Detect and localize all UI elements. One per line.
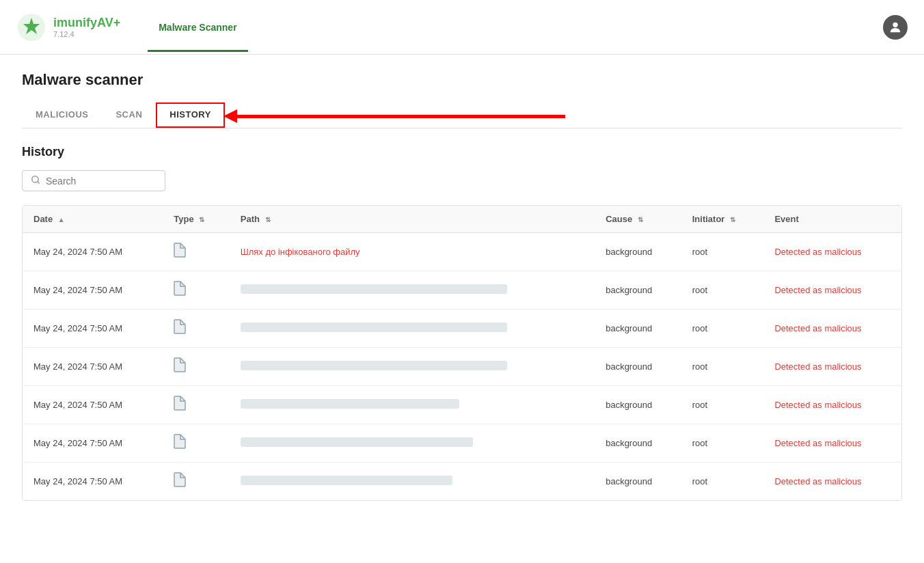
cell-path: Шлях до інфікованого файлу bbox=[230, 233, 595, 271]
path-blur bbox=[241, 322, 507, 332]
file-icon bbox=[174, 400, 186, 413]
cell-path bbox=[230, 386, 595, 424]
cell-event: Detected as malicious bbox=[763, 348, 901, 386]
col-date[interactable]: Date ▲ bbox=[23, 206, 163, 233]
cell-event: Detected as malicious bbox=[763, 424, 901, 463]
cell-event: Detected as malicious bbox=[763, 271, 901, 310]
logo-brand: imunifyAV+ bbox=[53, 16, 120, 31]
cell-initiator: root bbox=[681, 271, 764, 310]
user-avatar[interactable] bbox=[883, 15, 908, 40]
cell-cause: background bbox=[595, 386, 681, 424]
cell-path bbox=[230, 310, 595, 348]
cell-cause: background bbox=[595, 348, 681, 386]
cell-cause: background bbox=[595, 233, 681, 271]
logo-version: 7.12.4 bbox=[53, 30, 120, 38]
col-type[interactable]: Type ⇅ bbox=[163, 206, 230, 233]
path-blur bbox=[241, 437, 473, 447]
cell-path bbox=[230, 463, 595, 501]
cell-cause: background bbox=[595, 424, 681, 463]
col-event: Event bbox=[763, 206, 901, 233]
cell-date: May 24, 2024 7:50 AM bbox=[23, 348, 163, 386]
tab-scan[interactable]: SCAN bbox=[102, 102, 156, 128]
path-blur bbox=[241, 476, 452, 485]
logo-area: imunifyAV+ 7.12.4 bbox=[16, 12, 120, 42]
cell-date: May 24, 2024 7:50 AM bbox=[23, 424, 163, 463]
history-table: Date ▲ Type ⇅ Path ⇅ Cause ⇅ Initiator ⇅… bbox=[23, 206, 901, 500]
cell-event: Detected as malicious bbox=[763, 310, 901, 348]
cell-path bbox=[230, 348, 595, 386]
cell-initiator: root bbox=[681, 233, 764, 271]
event-label: Detected as malicious bbox=[774, 400, 861, 410]
cell-cause: background bbox=[595, 463, 681, 501]
col-path[interactable]: Path ⇅ bbox=[230, 206, 595, 233]
path-blur bbox=[241, 284, 507, 294]
cell-initiator: root bbox=[681, 310, 764, 348]
arrow-annotation bbox=[223, 109, 565, 123]
sort-icon-path: ⇅ bbox=[265, 216, 271, 223]
event-label: Detected as malicious bbox=[774, 285, 861, 295]
table-row: May 24, 2024 7:50 AM Шлях до інфікованог… bbox=[23, 233, 901, 271]
table-row: May 24, 2024 7:50 AM backgroundrootDetec… bbox=[23, 310, 901, 348]
event-label: Detected as malicious bbox=[774, 247, 861, 257]
header: imunifyAV+ 7.12.4 Malware Scanner bbox=[0, 0, 924, 55]
path-blur bbox=[241, 399, 459, 409]
tab-history[interactable]: HISTORY bbox=[156, 102, 225, 128]
table-header-row: Date ▲ Type ⇅ Path ⇅ Cause ⇅ Initiator ⇅… bbox=[23, 206, 901, 233]
table-row: May 24, 2024 7:50 AM backgroundrootDetec… bbox=[23, 424, 901, 463]
sort-icon-type: ⇅ bbox=[199, 216, 204, 223]
file-icon bbox=[174, 361, 186, 375]
logo-text: imunifyAV+ 7.12.4 bbox=[53, 16, 120, 39]
file-icon bbox=[174, 285, 186, 299]
file-icon bbox=[174, 438, 186, 452]
cell-initiator: root bbox=[681, 386, 764, 424]
cell-path bbox=[230, 271, 595, 310]
page-title: Malware scanner bbox=[22, 71, 902, 89]
event-label: Detected as malicious bbox=[774, 361, 861, 372]
cell-event: Detected as malicious bbox=[763, 233, 901, 271]
logo-icon bbox=[16, 12, 46, 42]
path-blur bbox=[241, 361, 507, 370]
cell-path bbox=[230, 424, 595, 463]
event-label: Detected as malicious bbox=[774, 476, 861, 486]
section-title: History bbox=[22, 145, 902, 159]
file-icon bbox=[174, 323, 186, 337]
table-row: May 24, 2024 7:50 AM backgroundrootDetec… bbox=[23, 271, 901, 310]
cell-initiator: root bbox=[681, 424, 764, 463]
cell-date: May 24, 2024 7:50 AM bbox=[23, 310, 163, 348]
file-icon bbox=[174, 247, 186, 260]
cell-date: May 24, 2024 7:50 AM bbox=[23, 233, 163, 271]
cell-event: Detected as malicious bbox=[763, 386, 901, 424]
nav-tab-malware-scanner[interactable]: Malware Scanner bbox=[148, 3, 247, 52]
cell-cause: background bbox=[595, 271, 681, 310]
cell-type bbox=[163, 271, 230, 310]
sort-icon-initiator: ⇅ bbox=[730, 216, 735, 223]
svg-point-2 bbox=[893, 22, 897, 27]
table-row: May 24, 2024 7:50 AM backgroundrootDetec… bbox=[23, 463, 901, 501]
tab-malicious[interactable]: MALICIOUS bbox=[22, 102, 102, 128]
cell-date: May 24, 2024 7:50 AM bbox=[23, 271, 163, 310]
main-content: Malware scanner MALICIOUS SCAN HISTORY H… bbox=[0, 55, 924, 563]
cell-type bbox=[163, 463, 230, 501]
cell-event: Detected as malicious bbox=[763, 463, 901, 501]
cell-type bbox=[163, 348, 230, 386]
sub-tabs: MALICIOUS SCAN HISTORY bbox=[22, 102, 902, 128]
search-container bbox=[22, 170, 902, 191]
cell-cause: background bbox=[595, 310, 681, 348]
cell-type bbox=[163, 233, 230, 271]
cell-type bbox=[163, 424, 230, 463]
svg-line-4 bbox=[38, 182, 40, 184]
cell-date: May 24, 2024 7:50 AM bbox=[23, 463, 163, 501]
sort-icon-cause: ⇅ bbox=[638, 216, 643, 223]
cell-initiator: root bbox=[681, 348, 764, 386]
col-initiator[interactable]: Initiator ⇅ bbox=[681, 206, 764, 233]
path-text: Шлях до інфікованого файлу bbox=[241, 247, 360, 257]
cell-initiator: root bbox=[681, 463, 764, 501]
search-icon bbox=[31, 175, 40, 187]
event-label: Detected as malicious bbox=[774, 438, 861, 448]
col-cause[interactable]: Cause ⇅ bbox=[595, 206, 681, 233]
cell-type bbox=[163, 310, 230, 348]
sort-icon-date: ▲ bbox=[58, 216, 65, 223]
file-icon bbox=[174, 476, 186, 490]
search-input-wrapper bbox=[22, 170, 165, 191]
search-input[interactable] bbox=[46, 176, 157, 187]
